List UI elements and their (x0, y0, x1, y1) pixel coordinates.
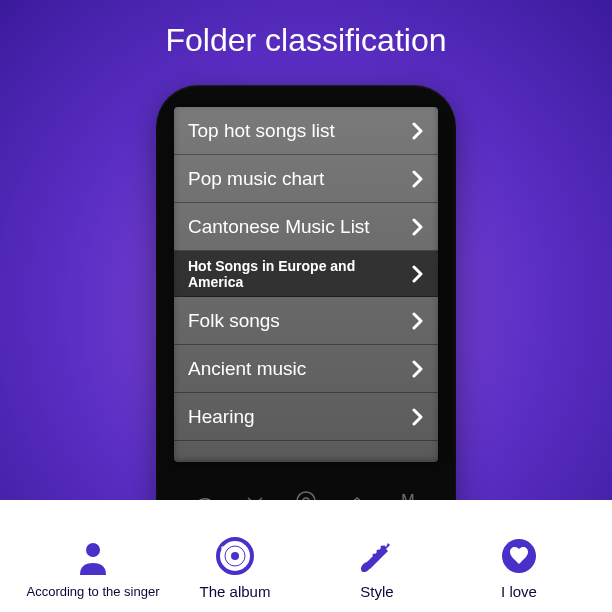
person-icon (72, 537, 114, 579)
svg-point-6 (221, 546, 225, 550)
page-title: Folder classification (0, 0, 612, 59)
tab-label: I love (501, 583, 537, 600)
svg-point-2 (86, 543, 100, 557)
chevron-right-icon (412, 360, 424, 378)
list-item-label: Hearing (188, 406, 255, 428)
list-item-label: Cantonese Music List (188, 216, 370, 238)
chevron-right-icon (412, 218, 424, 236)
tab-label: According to the singer (27, 585, 160, 600)
svg-point-9 (377, 549, 380, 552)
list-item-label: Top hot songs list (188, 120, 335, 142)
tab-album[interactable]: The album (164, 535, 306, 600)
list-item[interactable]: Cantonese Music List (174, 203, 438, 251)
list-item-selected[interactable]: Hot Songs in Europe and America (174, 251, 438, 297)
trumpet-icon (356, 535, 398, 577)
list-item-label: Ancient music (188, 358, 306, 380)
tab-label: Style (360, 583, 393, 600)
device-screen: Top hot songs list Pop music chart Canto… (174, 107, 438, 462)
list-item[interactable]: Folk songs (174, 297, 438, 345)
svg-point-8 (373, 553, 376, 556)
chevron-right-icon (412, 312, 424, 330)
tab-singer[interactable]: According to the singer (22, 537, 164, 600)
album-icon (214, 535, 256, 577)
list-item-label: Folk songs (188, 310, 280, 332)
tab-love[interactable]: I love (448, 535, 590, 600)
svg-point-10 (381, 545, 384, 548)
list-item[interactable]: Pop music chart (174, 155, 438, 203)
list-item[interactable]: Hearing (174, 393, 438, 441)
list-item[interactable]: Top hot songs list (174, 107, 438, 155)
list-item-label: Pop music chart (188, 168, 324, 190)
chevron-right-icon (412, 408, 424, 426)
tab-style[interactable]: Style (306, 535, 448, 600)
list-item-label: Hot Songs in Europe and America (188, 258, 404, 290)
list-item[interactable]: Ancient music (174, 345, 438, 393)
bottom-tab-bar: According to the singer The album Style (0, 500, 612, 612)
svg-point-5 (231, 552, 239, 560)
tab-label: The album (200, 583, 271, 600)
chevron-right-icon (412, 265, 424, 283)
chevron-right-icon (412, 170, 424, 188)
heart-icon (498, 535, 540, 577)
device-frame: Top hot songs list Pop music chart Canto… (156, 85, 456, 545)
chevron-right-icon (412, 122, 424, 140)
